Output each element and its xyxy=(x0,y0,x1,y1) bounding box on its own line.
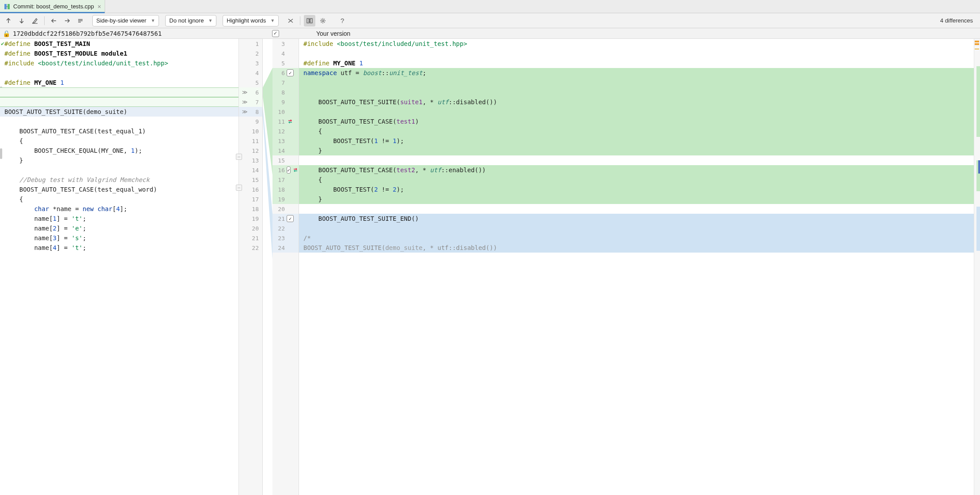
code-line[interactable]: } xyxy=(299,146,974,155)
code-line[interactable] xyxy=(299,204,974,214)
code-line[interactable]: BOOST_TEST(1 != 1); xyxy=(299,136,974,146)
code-line[interactable]: BOOST_AUTO_TEST_CASE(test_equal_word) xyxy=(0,185,238,194)
svg-rect-7 xyxy=(310,19,312,23)
left-gutter: 12345≫6≫7≫8910111213141516171819202122–– xyxy=(238,39,263,495)
code-line[interactable]: } xyxy=(299,194,974,204)
chevron-down-icon: ▼ xyxy=(208,18,212,23)
collapse-unchanged-button[interactable] xyxy=(285,15,296,26)
gutter-line: 17 xyxy=(272,175,299,185)
code-line[interactable]: BOOST_AUTO_TEST_CASE(test_equal_1) xyxy=(0,126,238,136)
swap-icon[interactable] xyxy=(287,118,294,125)
code-line[interactable]: BOOST_AUTO_TEST_SUITE(suite1, * utf::dis… xyxy=(299,97,974,107)
tab-label: Commit: boost_demo_tests.cpp xyxy=(13,3,94,10)
code-line[interactable]: BOOST_AUTO_TEST_SUITE(demo_suite, * utf:… xyxy=(299,243,974,253)
wrap-lines-button[interactable] xyxy=(75,15,86,26)
code-line[interactable]: BOOST_AUTO_TEST_CASE(test1) xyxy=(299,117,974,126)
code-line[interactable]: { xyxy=(299,126,974,136)
error-stripe[interactable] xyxy=(974,39,980,495)
gutter-line: 15 xyxy=(272,155,299,165)
highlight-mode-dropdown[interactable]: Highlight words ▼ xyxy=(223,15,279,26)
chevron-down-icon: ▼ xyxy=(270,18,275,23)
close-icon[interactable]: × xyxy=(98,3,101,10)
code-line[interactable]: { xyxy=(0,194,238,204)
code-line[interactable]: /* xyxy=(299,233,974,243)
include-chunk-checkbox[interactable]: ✓ xyxy=(287,69,294,76)
code-line[interactable]: name[2] = 'e'; xyxy=(0,223,238,233)
code-line[interactable] xyxy=(0,68,238,78)
gutter-line: 6✓ xyxy=(272,68,299,78)
edit-mode-button[interactable] xyxy=(29,15,41,26)
gutter-line: 4 xyxy=(239,68,262,78)
code-line[interactable]: #define MY_ONE 1 xyxy=(0,78,238,87)
code-line[interactable]: BOOST_TEST(2 != 2); xyxy=(299,185,974,194)
code-line[interactable]: BOOST_AUTO_TEST_SUITE_END() xyxy=(299,214,974,223)
left-code-pane[interactable]: ✔ #define BOOST_TEST_MAIN#define BOOST_T… xyxy=(0,39,238,495)
gutter-line: 20 xyxy=(272,204,299,214)
diff-file-icon xyxy=(4,3,11,10)
tab-commit-file[interactable]: Commit: boost_demo_tests.cpp × xyxy=(0,0,105,13)
gutter-line: 1 xyxy=(239,39,262,49)
next-diff-button[interactable] xyxy=(16,15,27,26)
code-line[interactable]: BOOST_CHECK_EQUAL(MY_ONE, 1); xyxy=(0,146,238,155)
code-line[interactable]: #define BOOST_TEST_MODULE module1 xyxy=(0,49,238,58)
settings-button[interactable] xyxy=(317,15,329,26)
gutter-line: 4 xyxy=(272,49,299,58)
next-file-button[interactable] xyxy=(61,15,73,26)
help-button[interactable]: ? xyxy=(337,15,348,26)
code-line[interactable] xyxy=(0,117,238,126)
prev-diff-button[interactable] xyxy=(3,15,14,26)
gutter-line: 21 xyxy=(239,233,262,243)
svg-point-8 xyxy=(322,19,324,21)
fold-handle[interactable]: – xyxy=(236,154,242,160)
sync-scroll-button[interactable] xyxy=(304,15,315,26)
code-line[interactable]: BOOST_AUTO_TEST_CASE(test2, * utf::enabl… xyxy=(299,165,974,175)
include-chunk-checkbox[interactable]: ✓ xyxy=(287,215,294,222)
code-line[interactable] xyxy=(299,223,974,233)
gutter-line: 9 xyxy=(272,97,299,107)
apply-chunk-button[interactable]: ≫ xyxy=(241,108,249,116)
code-line[interactable]: { xyxy=(299,175,974,185)
swap-icon[interactable] xyxy=(292,166,299,174)
code-line[interactable]: name[3] = 's'; xyxy=(0,233,238,243)
apply-chunk-button[interactable]: ≫ xyxy=(241,98,249,106)
code-line[interactable] xyxy=(0,165,238,175)
code-line[interactable]: name[4] = 't'; xyxy=(0,243,238,253)
code-line[interactable]: } xyxy=(0,155,238,165)
diff-toolbar: Side-by-side viewer ▼ Do not ignore ▼ Hi… xyxy=(0,13,980,28)
revision-header: 🔒 1720dbddcf22f5186b792bfb5e746754764875… xyxy=(0,28,980,39)
right-gutter: 3456✓78910111213141516✓1718192021✓222324 xyxy=(272,39,299,495)
code-line[interactable] xyxy=(299,107,974,117)
ignore-mode-dropdown[interactable]: Do not ignore ▼ xyxy=(165,15,216,26)
diff-connector xyxy=(263,39,272,495)
right-code-pane[interactable]: #include <boost/test/included/unit_test.… xyxy=(299,39,974,495)
include-all-checkbox[interactable]: ✓ xyxy=(272,30,279,37)
code-line[interactable] xyxy=(0,87,238,97)
code-line[interactable] xyxy=(0,97,238,107)
gutter-line: 18 xyxy=(239,204,262,214)
gutter-line: 16✓ xyxy=(272,165,299,175)
code-line[interactable]: #include <boost/test/included/unit_test.… xyxy=(299,39,974,49)
code-line[interactable]: //Debug test with Valgrind Memcheck xyxy=(0,175,238,185)
apply-chunk-button[interactable]: ≫ xyxy=(241,88,249,96)
code-line[interactable]: BOOST_AUTO_TEST_SUITE(demo_suite) xyxy=(0,107,238,117)
code-line[interactable]: { xyxy=(0,136,238,146)
gutter-line: 24 xyxy=(272,243,299,253)
code-line[interactable]: namespace utf = boost::unit_test; xyxy=(299,68,974,78)
code-line[interactable]: #define MY_ONE 1 xyxy=(299,58,974,68)
fold-handle[interactable]: – xyxy=(236,185,242,191)
viewer-mode-dropdown[interactable]: Side-by-side viewer ▼ xyxy=(92,15,159,26)
code-line[interactable] xyxy=(299,78,974,87)
code-line[interactable]: char *name = new char[4]; xyxy=(0,204,238,214)
toolbar-separator xyxy=(44,16,45,25)
prev-file-button[interactable] xyxy=(48,15,60,26)
code-line[interactable] xyxy=(299,87,974,97)
include-chunk-checkbox[interactable]: ✓ xyxy=(287,166,291,174)
code-line[interactable]: name[1] = 't'; xyxy=(0,214,238,223)
dropdown-label: Highlight words xyxy=(227,17,266,24)
code-line[interactable]: #include <boost/test/included/unit_test.… xyxy=(0,58,238,68)
gutter-line: 13 xyxy=(272,136,299,146)
code-line[interactable] xyxy=(299,155,974,165)
tab-bar: Commit: boost_demo_tests.cpp × xyxy=(0,0,980,13)
code-line[interactable]: #define BOOST_TEST_MAIN xyxy=(0,39,238,49)
code-line[interactable] xyxy=(299,49,974,58)
